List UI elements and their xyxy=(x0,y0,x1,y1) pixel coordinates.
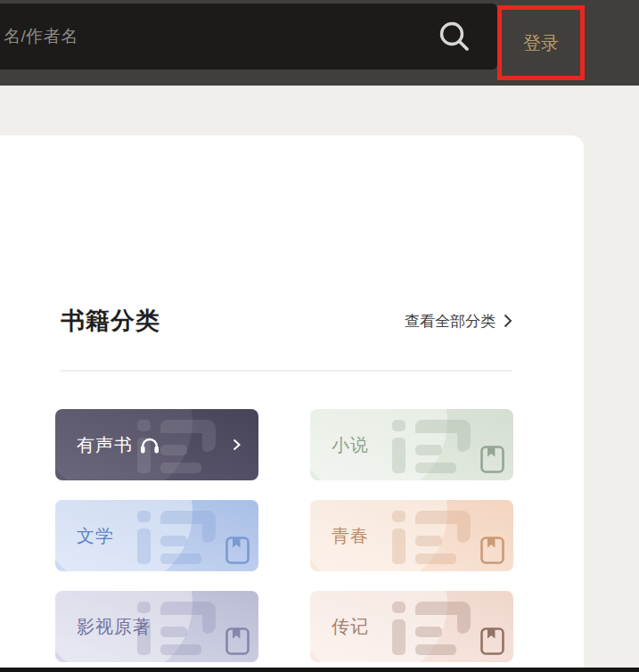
book-icon xyxy=(225,627,250,655)
panel-header: 书籍分类 查看全部分类 xyxy=(61,303,512,339)
section-divider xyxy=(61,370,512,372)
book-icon xyxy=(480,627,504,655)
chevron-right-icon xyxy=(233,438,241,451)
category-card[interactable]: 影视原著 xyxy=(55,591,258,662)
view-all-label: 查看全部分类 xyxy=(405,311,496,332)
brand-watermark-icon xyxy=(137,509,230,564)
category-card[interactable]: 文学 xyxy=(55,500,258,571)
brand-watermark-icon xyxy=(392,509,485,564)
search-icon[interactable] xyxy=(437,19,474,56)
category-label: 青春 xyxy=(332,524,369,548)
category-label-row: 青春 xyxy=(332,500,369,571)
section-title: 书籍分类 xyxy=(61,305,160,337)
headphones-icon xyxy=(140,436,160,454)
category-label-row: 影视原著 xyxy=(77,591,152,662)
category-card[interactable]: 青春 xyxy=(310,500,513,571)
search-placeholder: 名/作者名 xyxy=(4,4,78,70)
book-categories-panel: 书籍分类 查看全部分类 有声书 xyxy=(0,135,584,672)
category-label-row: 有声书 xyxy=(77,409,160,480)
category-label: 小说 xyxy=(332,433,369,457)
category-label-row: 传记 xyxy=(332,591,369,662)
category-label-row: 小说 xyxy=(332,409,369,480)
category-card[interactable]: 小说 xyxy=(310,409,513,480)
category-label: 有声书 xyxy=(77,433,133,457)
category-label: 传记 xyxy=(332,615,369,639)
page-root: 名/作者名 登录 书籍分类 查看全部分类 xyxy=(0,0,639,672)
login-button-label: 登录 xyxy=(523,31,559,55)
brand-watermark-icon xyxy=(392,418,485,473)
chevron-right-icon xyxy=(504,314,512,328)
bottom-edge-bar xyxy=(0,668,639,672)
book-icon xyxy=(480,446,504,473)
search-bar[interactable]: 名/作者名 xyxy=(0,4,497,70)
category-card[interactable]: 传记 xyxy=(310,591,513,662)
book-icon xyxy=(225,537,250,564)
category-label: 文学 xyxy=(77,524,114,548)
view-all-categories-link[interactable]: 查看全部分类 xyxy=(405,311,512,332)
book-icon xyxy=(480,537,504,564)
category-label: 影视原著 xyxy=(77,615,152,639)
category-grid: 有声书 小说 xyxy=(55,409,513,672)
brand-watermark-icon xyxy=(392,600,485,655)
category-card[interactable]: 有声书 xyxy=(55,409,258,480)
top-header: 名/作者名 登录 xyxy=(0,0,639,86)
login-button[interactable]: 登录 xyxy=(497,5,585,80)
category-label-row: 文学 xyxy=(77,500,114,571)
